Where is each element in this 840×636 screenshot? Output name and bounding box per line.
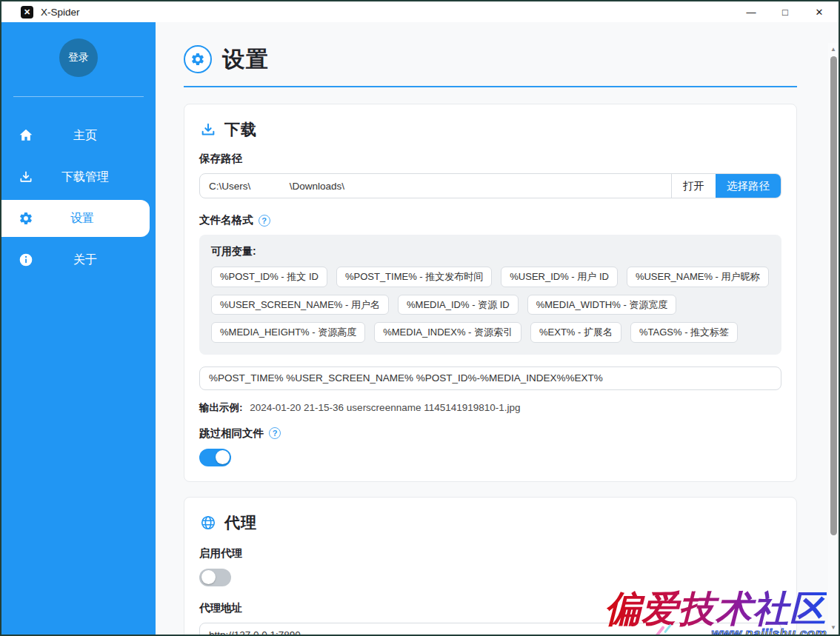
sidebar-item-download-manager[interactable]: 下载管理: [1, 156, 156, 198]
enable-proxy-label: 启用代理: [199, 546, 781, 560]
variable-chip[interactable]: %POST_ID% - 推文 ID: [211, 267, 327, 287]
download-settings-card: 下载 保存路径 打开 选择路径 文件名格式 ? 可用变量: %POST_ID% …: [184, 104, 797, 482]
proxy-address-label: 代理地址: [199, 601, 781, 615]
sidebar-nav: 主页 下载管理 设置: [1, 115, 156, 281]
sidebar-item-label: 主页: [34, 128, 156, 144]
maximize-icon[interactable]: □: [778, 7, 793, 17]
sidebar-item-label: 设置: [34, 211, 150, 227]
header-divider: [184, 86, 797, 87]
app-logo-icon: ✕: [21, 6, 33, 19]
download-icon: [18, 169, 34, 185]
save-path-label: 保存路径: [199, 152, 781, 166]
variables-label: 可用变量:: [211, 245, 770, 258]
variable-chips: %POST_ID% - 推文 ID %POST_TIME% - 推文发布时间 %…: [211, 267, 770, 343]
skip-same-label-row: 跳过相同文件 ?: [199, 426, 781, 441]
variable-chip[interactable]: %USER_NAME% - 用户昵称: [627, 267, 769, 287]
variable-chip[interactable]: %MEDIA_HEIGHT% - 资源高度: [211, 322, 365, 343]
titlebar: ✕ X-Spider — □ ✕: [1, 1, 839, 22]
gear-icon: [18, 210, 34, 227]
help-icon[interactable]: ?: [259, 215, 270, 227]
sidebar-divider: [13, 96, 144, 97]
scrollbar-thumb[interactable]: [830, 56, 837, 535]
settings-gear-icon: [184, 45, 212, 73]
sidebar: 登录 主页 下载管理: [1, 22, 156, 635]
variable-chip[interactable]: %USER_ID% - 用户 ID: [501, 267, 618, 287]
proxy-section-title: 代理: [224, 512, 257, 533]
variable-chip[interactable]: %MEDIA_ID% - 资源 ID: [398, 295, 519, 315]
variable-chip[interactable]: %MEDIA_WIDTH% - 资源宽度: [527, 295, 677, 315]
open-path-button[interactable]: 打开: [671, 174, 716, 198]
app-window: ✕ X-Spider — □ ✕ 登录 主页: [0, 0, 840, 636]
output-example-row: 输出示例: 2024-01-20 21-15-36 userscreenname…: [199, 401, 781, 415]
sidebar-item-label: 关于: [34, 252, 156, 268]
variables-panel: 可用变量: %POST_ID% - 推文 ID %POST_TIME% - 推文…: [199, 235, 781, 355]
window-title: X-Spider: [41, 7, 80, 18]
proxy-settings-card: 代理 启用代理 代理地址: [184, 497, 797, 636]
sidebar-item-home[interactable]: 主页: [1, 115, 156, 156]
window-controls: — □ ✕: [744, 7, 827, 17]
vertical-scrollbar[interactable]: ▲ ▼: [828, 43, 839, 635]
variable-chip[interactable]: %EXT% - 扩展名: [530, 322, 621, 343]
variable-chip[interactable]: %TAGS% - 推文标签: [630, 322, 738, 343]
sidebar-item-settings[interactable]: 设置: [1, 200, 150, 237]
filename-format-input[interactable]: [199, 366, 781, 390]
choose-path-button[interactable]: 选择路径: [716, 174, 781, 198]
home-icon: [18, 127, 34, 144]
filename-format-label-row: 文件名格式 ?: [199, 213, 781, 227]
variable-chip[interactable]: %MEDIA_INDEX% - 资源索引: [374, 322, 521, 343]
proxy-address-group: [199, 623, 781, 636]
save-path-group: 打开 选择路径: [199, 173, 781, 198]
page-title: 设置: [222, 44, 270, 75]
scroll-up-icon[interactable]: ▲: [828, 45, 839, 54]
proxy-address-input[interactable]: [200, 623, 781, 636]
output-example-label: 输出示例:: [199, 402, 243, 413]
download-section-icon: [199, 121, 217, 138]
filename-format-label: 文件名格式: [199, 213, 253, 227]
download-section-title: 下载: [224, 119, 257, 140]
save-path-input[interactable]: [200, 174, 671, 198]
skip-same-toggle[interactable]: [199, 449, 231, 466]
skip-same-label: 跳过相同文件: [199, 426, 264, 441]
sidebar-item-about[interactable]: 关于: [1, 239, 156, 281]
scroll-down-icon[interactable]: ▼: [828, 623, 839, 632]
page-header: 设置: [184, 43, 797, 76]
toggle-knob: [216, 450, 230, 464]
sidebar-item-label: 下载管理: [34, 170, 156, 185]
variable-chip[interactable]: %USER_SCREEN_NAME% - 用户名: [211, 295, 389, 315]
globe-icon: [199, 514, 217, 532]
info-icon: [18, 252, 34, 268]
toggle-knob: [201, 570, 216, 584]
close-icon[interactable]: ✕: [812, 7, 827, 17]
enable-proxy-toggle[interactable]: [199, 569, 231, 586]
output-example-value: 2024-01-20 21-15-36 userscreenname 11451…: [250, 402, 520, 413]
minimize-icon[interactable]: —: [744, 7, 759, 17]
variable-chip[interactable]: %POST_TIME% - 推文发布时间: [336, 267, 492, 287]
main-content: 设置 下载 保存路径 打开 选择路径 文件名格式: [156, 22, 839, 635]
login-button[interactable]: 登录: [59, 39, 98, 77]
help-icon[interactable]: ?: [269, 427, 281, 439]
